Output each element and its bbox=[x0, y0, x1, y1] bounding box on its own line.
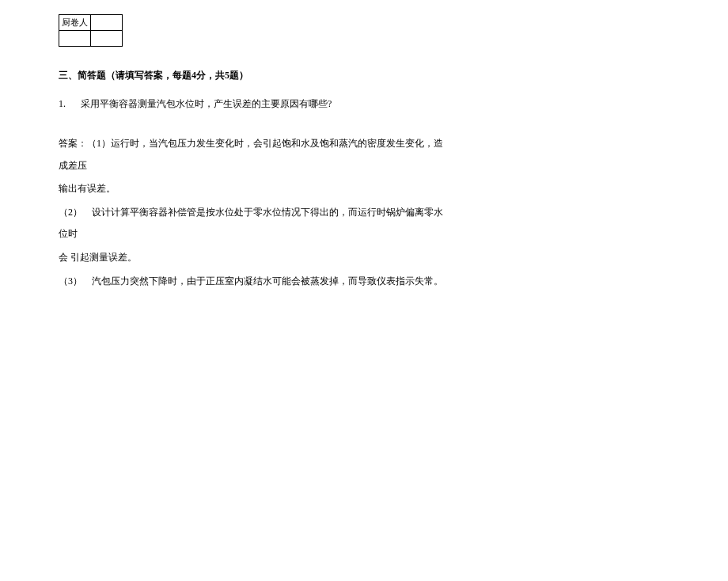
answer-line-1: 答案：（1）运行时，当汽包压力发生变化时，会引起饱和水及饱和蒸汽的密度发生变化，… bbox=[59, 133, 450, 177]
header-table: 厨卷人 bbox=[59, 14, 123, 47]
table-cell-top-left: 厨卷人 bbox=[59, 15, 91, 31]
answer-line-2: 输出有误差。 bbox=[59, 178, 450, 200]
answer-line-3: （2） 设计计算平衡容器补偿管是按水位处于零水位情况下得出的，而运行时锅炉偏离零… bbox=[59, 202, 450, 245]
answer-block: 答案：（1）运行时，当汽包压力发生变化时，会引起饱和水及饱和蒸汽的密度发生变化，… bbox=[59, 133, 450, 292]
table-cell-bottom-left bbox=[59, 31, 91, 47]
answer-line-4: 会 引起测量误差。 bbox=[59, 247, 450, 269]
answer-line-5: （3） 汽包压力突然下降时，由于正压室内凝结水可能会被蒸发掉，而导致仪表指示失常… bbox=[59, 271, 450, 293]
section-heading: 三、简答题（请填写答案，每题4分，共5题） bbox=[59, 69, 728, 82]
question-text: 采用平衡容器测量汽包水位时，产生误差的主要原因有哪些? bbox=[81, 98, 332, 109]
question-1: 1. 采用平衡容器测量汽包水位时，产生误差的主要原因有哪些? bbox=[59, 97, 728, 111]
question-number: 1. bbox=[59, 97, 66, 111]
table-cell-bottom-right bbox=[91, 31, 123, 47]
table-cell-top-right bbox=[91, 15, 123, 31]
